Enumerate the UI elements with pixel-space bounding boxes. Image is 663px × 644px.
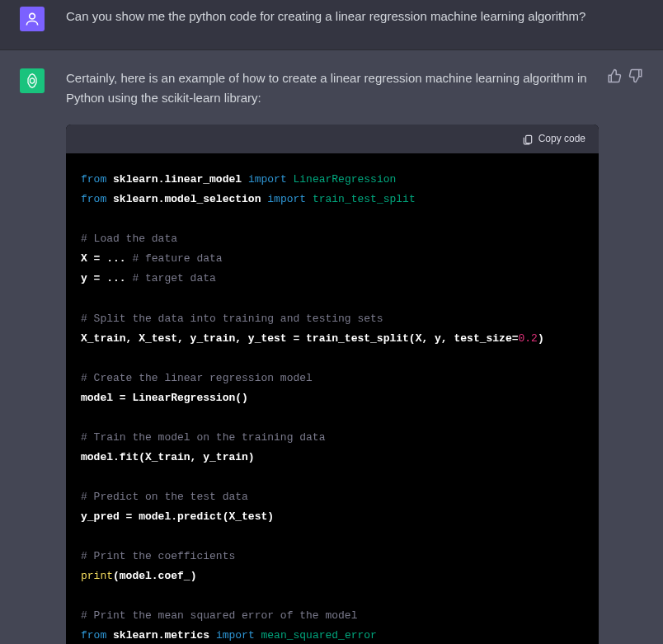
thumbs-up-icon[interactable]	[607, 68, 622, 83]
person-icon	[24, 11, 40, 27]
clipboard-icon	[522, 134, 534, 145]
user-avatar	[20, 7, 45, 31]
assistant-message-row: Certainly, here is an example of how to …	[0, 50, 663, 644]
user-message-row: Can you show me the python code for crea…	[0, 0, 663, 50]
assistant-message-text: Certainly, here is an example of how to …	[66, 68, 599, 108]
feedback-buttons	[607, 68, 643, 644]
svg-rect-1	[525, 135, 531, 143]
svg-point-0	[30, 13, 35, 19]
code-content: from sklearn.linear_model import LinearR…	[66, 153, 599, 644]
copy-code-label: Copy code	[538, 131, 585, 147]
assistant-avatar	[20, 68, 45, 93]
assistant-logo-icon	[24, 73, 40, 89]
code-header: Copy code	[66, 125, 599, 153]
copy-code-button[interactable]: Copy code	[522, 131, 585, 147]
user-message-text: Can you show me the python code for crea…	[66, 7, 643, 31]
thumbs-down-icon[interactable]	[628, 68, 643, 83]
code-block: Copy code from sklearn.linear_model impo…	[66, 125, 599, 644]
